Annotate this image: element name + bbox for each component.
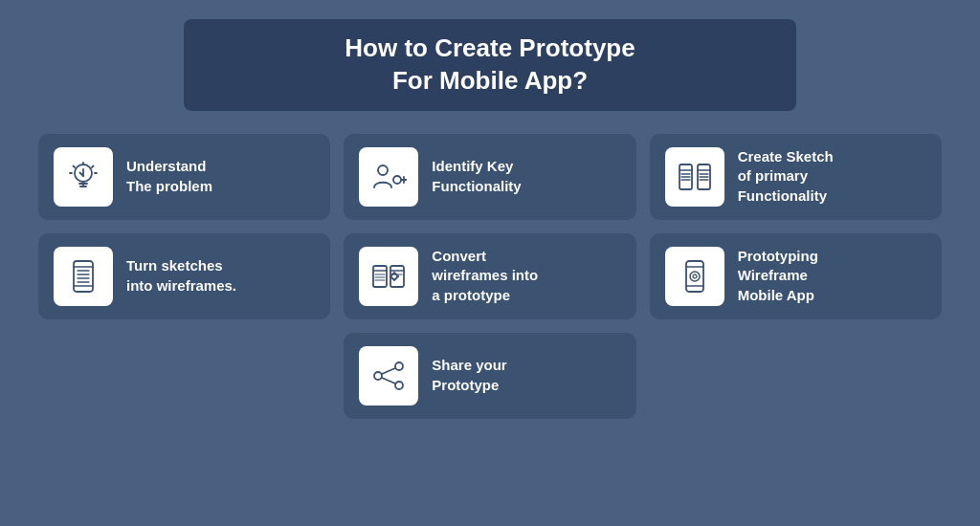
mobile-wireframe-icon: [65, 258, 101, 295]
card-prototyping: Prototyping Wireframe Mobile App: [650, 233, 942, 319]
card-label-identify: Identify Key Functionality: [432, 157, 521, 196]
card-label-prototyping: Prototyping Wireframe Mobile App: [738, 247, 818, 305]
card-label-turn-sketches: Turn sketches into wireframes.: [126, 256, 236, 296]
icon-box-prototyping: [665, 247, 724, 306]
icon-box-share: [359, 346, 418, 405]
title-box: How to Create Prototype For Mobile App?: [184, 19, 796, 111]
mobile-prototype-icon: [677, 258, 713, 295]
card-share: Share your Prototype: [344, 333, 635, 419]
card-understand: Understand The problem: [38, 134, 330, 220]
convert-wireframe-icon: [370, 258, 407, 295]
icon-box-turn-sketches: [54, 247, 113, 306]
wireframe-panels-icon: [677, 159, 713, 195]
card-create-sketch: Create Sketch of primary Functionality: [650, 134, 942, 220]
card-convert: Convert wireframes into a prototype: [344, 233, 635, 319]
bulb-icon: [65, 159, 101, 195]
page-title: How to Create Prototype For Mobile App?: [222, 33, 758, 98]
card-turn-sketches: Turn sketches into wireframes.: [38, 233, 330, 319]
key-person-icon: [370, 159, 407, 195]
icon-box-create-sketch: [665, 147, 724, 207]
share-icon: [370, 358, 407, 394]
icon-box-identify: [359, 147, 418, 207]
icon-box-understand: [54, 147, 113, 207]
card-label-convert: Convert wireframes into a prototype: [432, 247, 538, 305]
card-label-create-sketch: Create Sketch of primary Functionality: [738, 147, 834, 206]
cards-grid: Understand The problem Identify Key Func…: [38, 134, 942, 419]
icon-box-convert: [359, 247, 418, 306]
card-label-understand: Understand The problem: [126, 157, 212, 196]
card-identify: Identify Key Functionality: [344, 134, 635, 220]
card-label-share: Share your Prototype: [432, 356, 506, 395]
